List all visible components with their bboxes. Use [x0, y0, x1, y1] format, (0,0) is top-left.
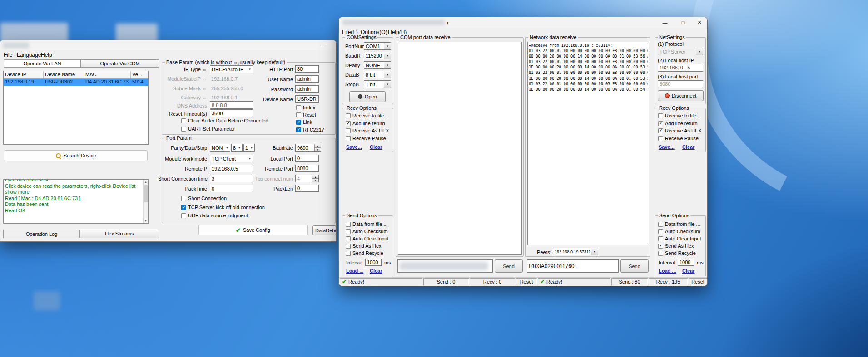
dns-input[interactable]	[210, 101, 253, 109]
com-receive-area[interactable]	[398, 42, 522, 255]
local-host-ip-input[interactable]: 192.168. 0 . 5	[658, 64, 703, 72]
col-device-name[interactable]: Device Name	[44, 71, 84, 78]
baudrate-spinner[interactable]: 9600▲▼	[295, 144, 321, 152]
maximize-button[interactable]: □	[675, 17, 691, 28]
udp-judgment-checkbox[interactable]: UDP data source judgment	[181, 213, 248, 218]
com-reset-link[interactable]: Reset	[520, 279, 533, 284]
device-name-input[interactable]	[295, 95, 319, 103]
com-send-button[interactable]: Send	[495, 259, 523, 273]
auto-checksum-checkbox[interactable]: Auto Checksum	[658, 229, 700, 234]
menu-help[interactable]: Help	[41, 52, 52, 58]
receive-pause-checkbox[interactable]: Receive Pause	[658, 136, 699, 141]
add-line-return-checkbox[interactable]: Add line return	[346, 121, 385, 126]
work-mode-select[interactable]: TCP Client▼	[210, 155, 253, 162]
interval-input[interactable]	[678, 259, 694, 266]
chevron-down-icon[interactable]: ▼	[384, 43, 391, 49]
remote-port-input[interactable]	[295, 165, 319, 172]
data-bits-select[interactable]: 8▼	[231, 144, 243, 152]
chevron-down-icon[interactable]: ▼	[384, 62, 391, 68]
data-from-file-checkbox[interactable]: Data from file ...	[658, 221, 700, 227]
open-button[interactable]: Open	[349, 91, 386, 102]
index-checkbox[interactable]: Index	[296, 105, 315, 110]
save-link[interactable]: Save...	[346, 144, 362, 150]
spin-up-icon[interactable]: ▲	[315, 144, 321, 147]
menu-file[interactable]: File	[4, 52, 12, 58]
net-status-reset[interactable]: Reset	[689, 278, 707, 285]
spin-down-icon[interactable]: ▼	[315, 147, 321, 151]
password-input[interactable]	[295, 85, 319, 93]
clear-buffer-checkbox[interactable]: Clear Buffer Data Before Connected	[181, 118, 268, 123]
rfc2217-checkbox[interactable]: RFC2217	[296, 127, 324, 132]
spin-up-icon[interactable]: ▲	[312, 175, 318, 178]
packlen-input[interactable]	[295, 185, 319, 192]
operation-log-box[interactable]: Data has been sent Click device can read…	[3, 179, 149, 224]
device-list[interactable]: Device IP Device Name MAC Ve... 192.168.…	[3, 71, 149, 145]
net-receive-area[interactable]: +Receive from 192.168.0.19 : 57311×: 01 …	[527, 42, 649, 245]
datab-select[interactable]: 8 bit▼	[364, 71, 391, 78]
search-device-button[interactable]: Search Device	[4, 150, 148, 161]
local-host-port-input[interactable]: 8080	[658, 80, 703, 88]
send-as-hex-checkbox[interactable]: Send As Hex	[346, 243, 382, 249]
save-link[interactable]: Save...	[659, 144, 675, 150]
add-line-return-checkbox[interactable]: Add line return	[658, 121, 698, 126]
receive-pause-checkbox[interactable]: Receive Pause	[346, 136, 386, 141]
tcp-connect-num-spinner[interactable]: 4▲▼	[295, 175, 319, 182]
local-port-input[interactable]	[295, 155, 319, 162]
user-name-input[interactable]	[295, 75, 319, 83]
link-checkbox[interactable]: Link	[296, 119, 312, 125]
tab-operate-via-lan[interactable]: Operate Via LAN	[4, 59, 81, 68]
table-row[interactable]: 192.168.0.19 USR-DR302 D4 AD 20 81 6C 73…	[4, 79, 148, 86]
footer-hex-streams[interactable]: Hex Streams	[80, 229, 159, 238]
chevron-down-icon[interactable]: ▼	[591, 248, 598, 255]
clear-link[interactable]: Clear	[370, 144, 382, 150]
net-send-input[interactable]	[527, 259, 619, 273]
reset-timeout-input[interactable]	[210, 109, 253, 117]
protocol-select[interactable]: TCP Server▼	[658, 48, 703, 55]
clear-link[interactable]: Clear	[682, 268, 695, 274]
data-from-file-checkbox[interactable]: Data from file ...	[346, 221, 388, 227]
chevron-down-icon[interactable]: ▼	[384, 71, 391, 78]
col-device-ip[interactable]: Device IP	[4, 71, 44, 78]
chevron-down-icon[interactable]: ▼	[384, 81, 391, 88]
dpaity-select[interactable]: NONE▼	[364, 61, 391, 69]
net-send-button[interactable]: Send	[620, 259, 649, 273]
baudr-select[interactable]: 115200▼	[364, 52, 391, 59]
remote-ip-input[interactable]	[210, 165, 253, 172]
packtime-input[interactable]	[210, 185, 253, 192]
com-status-reset[interactable]: Reset	[516, 278, 537, 285]
datadebug-button[interactable]: DataDebug	[312, 225, 336, 235]
col-version[interactable]: Ve...	[131, 71, 148, 78]
net-reset-link[interactable]: Reset	[691, 279, 704, 284]
stop-bits-select[interactable]: 1▼	[243, 144, 255, 152]
send-recycle-checkbox[interactable]: Send Recycle	[658, 250, 696, 256]
parity-select[interactable]: NON▼	[210, 144, 230, 152]
scroll-up-icon[interactable]: ▲	[144, 181, 148, 183]
kick-off-checkbox[interactable]: TCP Server-kick off old connection	[181, 205, 265, 210]
load-link[interactable]: Load ...	[346, 268, 364, 274]
send-as-hex-checkbox[interactable]: Send As Hex	[658, 243, 694, 249]
auto-clear-input-checkbox[interactable]: Auto Clear Input	[346, 236, 389, 241]
reset-checkbox[interactable]: Reset	[296, 112, 316, 117]
send-recycle-checkbox[interactable]: Send Recycle	[346, 250, 383, 256]
minimize-button[interactable]: —	[318, 41, 331, 49]
log-scrollbar-thumb[interactable]	[144, 185, 148, 202]
stopb-select[interactable]: 1 bit▼	[364, 80, 391, 88]
short-connection-time-input[interactable]	[210, 175, 253, 182]
interval-input[interactable]	[365, 259, 382, 266]
auto-checksum-checkbox[interactable]: Auto Checksum	[346, 229, 388, 234]
spin-down-icon[interactable]: ▼	[312, 178, 318, 182]
uart-set-checkbox[interactable]: UART Set Parameter	[181, 126, 235, 132]
load-link[interactable]: Load ...	[659, 268, 676, 274]
col-mac[interactable]: MAC	[84, 71, 131, 78]
http-port-input[interactable]	[295, 65, 319, 73]
close-button[interactable]: ✕	[691, 17, 708, 28]
receive-to-file-checkbox[interactable]: Receive to file...	[658, 113, 700, 118]
minimize-button[interactable]: —	[657, 17, 673, 28]
ip-type-select[interactable]: DHCP/Auto IP▼	[210, 65, 253, 73]
portnum-select[interactable]: COM1▼	[364, 42, 391, 50]
auto-clear-input-checkbox[interactable]: Auto Clear Input	[658, 236, 701, 241]
save-config-button[interactable]: ✔ Save Config	[198, 225, 308, 235]
clear-link[interactable]: Clear	[682, 144, 695, 150]
receive-as-hex-checkbox[interactable]: Receive As HEX	[658, 128, 702, 133]
receive-as-hex-checkbox[interactable]: Receive As HEX	[346, 128, 389, 133]
